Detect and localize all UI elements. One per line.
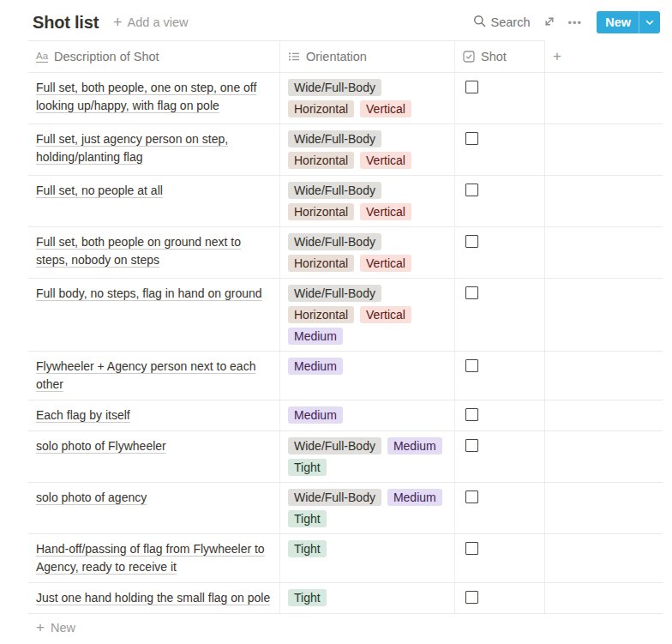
description-text[interactable]: Hand-off/passing of flag from Flywheeler… xyxy=(36,542,265,574)
shot-cell[interactable] xyxy=(455,483,545,533)
extra-cell xyxy=(545,227,663,278)
shot-checkbox[interactable] xyxy=(465,491,478,503)
orientation-cell[interactable]: Wide/Full-BodyHorizontalVerticalMedium xyxy=(280,279,455,351)
table-row: Full body, no steps, flag in hand on gro… xyxy=(28,279,663,352)
extra-cell xyxy=(545,483,663,533)
description-cell[interactable]: Just one hand holding the small flag on … xyxy=(28,583,280,613)
description-text[interactable]: Full set, both people on ground next to … xyxy=(36,235,241,267)
orientation-tag: Wide/Full-Body xyxy=(288,130,381,147)
table-row: solo photo of agencyWide/Full-BodyMedium… xyxy=(28,483,663,534)
orientation-cell[interactable]: Medium xyxy=(280,400,455,430)
orientation-tag: Tight xyxy=(288,540,327,557)
orientation-cell[interactable]: Wide/Full-BodyHorizontalVertical xyxy=(280,227,455,278)
shot-cell[interactable] xyxy=(455,124,545,175)
search-icon xyxy=(473,15,486,30)
orientation-tag: Tight xyxy=(288,589,327,606)
description-cell[interactable]: Flywheeler + Agency person next to each … xyxy=(28,352,280,400)
orientation-tag: Tight xyxy=(288,510,327,527)
orientation-tag: Horizontal xyxy=(288,100,354,117)
description-text[interactable]: solo photo of agency xyxy=(36,491,147,504)
description-text[interactable]: Full body, no steps, flag in hand on gro… xyxy=(36,286,262,300)
new-button-label: New xyxy=(597,11,639,33)
orientation-cell[interactable]: Wide/Full-BodyHorizontalVertical xyxy=(280,73,455,123)
new-row-button[interactable]: + New xyxy=(28,614,663,641)
description-text[interactable]: Full set, just agency person on step, ho… xyxy=(36,132,228,164)
extra-cell xyxy=(545,352,663,400)
description-cell[interactable]: Hand-off/passing of flag from Flywheeler… xyxy=(28,534,280,582)
shot-checkbox[interactable] xyxy=(465,184,478,196)
shot-checkbox[interactable] xyxy=(465,542,478,555)
orientation-tag: Horizontal xyxy=(288,306,354,323)
description-cell[interactable]: solo photo of Flywheeler xyxy=(28,431,280,482)
description-text[interactable]: Each flag by itself xyxy=(36,408,130,422)
shot-cell[interactable] xyxy=(455,176,545,226)
orientation-cell[interactable]: Wide/Full-BodyHorizontalVertical xyxy=(280,124,455,175)
shot-cell[interactable] xyxy=(455,352,545,400)
table-row: Full set, both people, one on step, one … xyxy=(28,73,663,124)
orientation-cell[interactable]: Tight xyxy=(280,583,455,613)
orientation-tag: Vertical xyxy=(360,100,411,117)
database-toolbar: Shot list + Add a view Search ••• New xyxy=(0,0,672,41)
expand-icon[interactable] xyxy=(543,15,555,30)
shot-checkbox[interactable] xyxy=(465,132,478,145)
description-cell[interactable]: Full set, no people at all xyxy=(28,176,280,226)
extra-cell xyxy=(545,583,663,613)
add-property-icon: + xyxy=(553,48,561,65)
text-property-icon: Aa xyxy=(36,51,48,63)
description-text[interactable]: Full set, no people at all xyxy=(36,184,163,197)
column-header-description[interactable]: Aa Description of Shot xyxy=(28,41,280,72)
description-cell[interactable]: Full body, no steps, flag in hand on gro… xyxy=(28,279,280,351)
shot-cell[interactable] xyxy=(455,73,545,123)
more-options-icon[interactable]: ••• xyxy=(568,16,583,29)
shot-checkbox[interactable] xyxy=(465,408,478,421)
shot-checkbox[interactable] xyxy=(465,235,478,248)
description-cell[interactable]: Full set, both people on ground next to … xyxy=(28,227,280,278)
shot-cell[interactable] xyxy=(455,227,545,278)
orientation-cell[interactable]: Wide/Full-BodyHorizontalVertical xyxy=(280,176,455,226)
shot-cell[interactable] xyxy=(455,583,545,613)
add-view-button[interactable]: + Add a view xyxy=(113,15,188,29)
description-cell[interactable]: solo photo of agency xyxy=(28,483,280,533)
description-text[interactable]: Full set, both people, one on step, one … xyxy=(36,81,256,112)
shot-checkbox[interactable] xyxy=(465,359,478,372)
column-label: Shot xyxy=(481,50,507,63)
orientation-tag: Vertical xyxy=(360,255,411,272)
chevron-down-icon[interactable] xyxy=(639,11,660,33)
shot-cell[interactable] xyxy=(455,431,545,482)
extra-cell xyxy=(545,534,663,582)
description-cell[interactable]: Each flag by itself xyxy=(28,400,280,430)
table-body: Full set, both people, one on step, one … xyxy=(28,73,663,614)
orientation-tag: Wide/Full-Body xyxy=(288,437,381,454)
shot-cell[interactable] xyxy=(455,534,545,582)
shot-checkbox[interactable] xyxy=(465,286,478,299)
column-header-shot[interactable]: Shot xyxy=(455,41,545,72)
description-text[interactable]: Just one hand holding the small flag on … xyxy=(36,591,270,605)
column-label: Description of Shot xyxy=(54,50,159,63)
new-button[interactable]: New xyxy=(597,11,660,33)
table-row: solo photo of FlywheelerWide/Full-BodyMe… xyxy=(28,431,663,483)
shot-cell[interactable] xyxy=(455,279,545,351)
shot-cell[interactable] xyxy=(455,400,545,430)
shot-checkbox[interactable] xyxy=(465,81,478,93)
description-cell[interactable]: Full set, just agency person on step, ho… xyxy=(28,124,280,175)
shot-checkbox[interactable] xyxy=(465,591,478,604)
search-label: Search xyxy=(491,15,531,29)
search-button[interactable]: Search xyxy=(473,15,531,30)
shot-checkbox[interactable] xyxy=(465,439,478,452)
description-cell[interactable]: Full set, both people, one on step, one … xyxy=(28,73,280,123)
orientation-cell[interactable]: Wide/Full-BodyMediumTight xyxy=(280,431,455,482)
new-row-label: New xyxy=(51,621,75,635)
column-header-orientation[interactable]: Orientation xyxy=(280,41,455,72)
description-text[interactable]: solo photo of Flywheeler xyxy=(36,439,166,453)
table-header-row: Aa Description of Shot Orientation xyxy=(28,41,663,73)
add-property-button[interactable]: + xyxy=(545,41,663,72)
plus-icon: + xyxy=(113,16,123,28)
orientation-cell[interactable]: Tight xyxy=(280,534,455,582)
orientation-cell[interactable]: Medium xyxy=(280,352,455,400)
table-row: Hand-off/passing of flag from Flywheeler… xyxy=(28,534,663,583)
orientation-tag: Medium xyxy=(288,406,343,424)
orientation-cell[interactable]: Wide/Full-BodyMediumTight xyxy=(280,483,455,533)
orientation-tag: Horizontal xyxy=(288,255,354,272)
description-text[interactable]: Flywheeler + Agency person next to each … xyxy=(36,359,255,391)
multi-select-icon xyxy=(288,51,300,63)
